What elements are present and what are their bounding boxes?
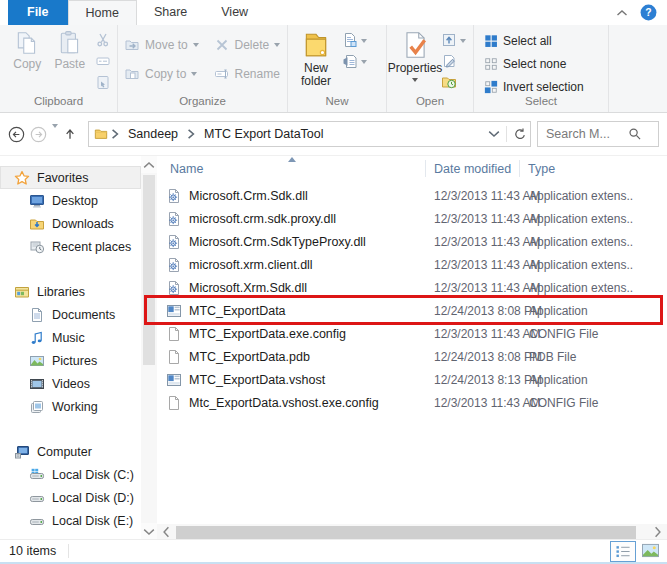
sidebar-item-favorites[interactable]: Favorites — [0, 166, 141, 189]
details-view-button[interactable] — [610, 541, 636, 562]
address-box[interactable]: Sandeep MTC Export DataTool — [88, 121, 531, 147]
paste-label: Paste — [54, 58, 85, 71]
rename-button[interactable]: Rename — [214, 65, 282, 82]
tab-home[interactable]: Home — [68, 0, 137, 25]
select-none-button[interactable]: Select none — [484, 55, 602, 72]
table-row[interactable]: Microsoft.Xrm.Sdk.dll12/3/2013 11:43 AMA… — [157, 276, 667, 299]
file-type: Application — [529, 304, 667, 318]
table-row[interactable]: MTC_ExportData.exe.config12/3/2013 11:43… — [157, 322, 667, 345]
history-button[interactable] — [441, 74, 466, 90]
sidebar-item-computer[interactable]: Computer — [0, 440, 141, 463]
copy-to-icon — [124, 66, 140, 82]
file-type: Application extens.. — [529, 281, 667, 295]
copy-to-button[interactable]: Copy to — [124, 65, 200, 82]
scroll-up-icon[interactable] — [141, 156, 157, 173]
column-header-type[interactable]: Type — [528, 162, 555, 176]
sidebar-item-local-disk-d[interactable]: Local Disk (D:) — [0, 486, 141, 509]
search-input[interactable] — [544, 126, 628, 142]
recent-locations-icon[interactable] — [52, 124, 58, 142]
easy-access-button[interactable] — [342, 53, 367, 69]
back-button[interactable] — [8, 126, 25, 143]
sidebar-scrollbar[interactable] — [141, 156, 157, 540]
table-row[interactable]: MTC_ExportData12/24/2013 8:08 PMApplicat… — [157, 299, 667, 322]
move-to-button[interactable]: Move to — [124, 36, 200, 53]
sidebar-group: ComputerLocal Disk (C:)Local Disk (D:)Lo… — [0, 440, 141, 532]
scrollbar-thumb[interactable] — [176, 526, 636, 539]
new-item-button[interactable] — [342, 32, 367, 48]
breadcrumb-sandeep[interactable]: Sandeep — [122, 127, 184, 141]
group-label-new: New — [288, 95, 386, 112]
sidebar-item-videos[interactable]: Videos — [0, 372, 141, 395]
table-row[interactable]: Mtc_ExportData.vshost.exe.config12/3/201… — [157, 391, 667, 414]
scroll-right-icon[interactable] — [652, 526, 664, 538]
edit-button[interactable] — [441, 53, 466, 69]
table-row[interactable]: Microsoft.Crm.SdkTypeProxy.dll12/3/2013 … — [157, 230, 667, 253]
minimize-ribbon-icon[interactable] — [616, 7, 628, 19]
invert-selection-button[interactable]: Invert selection — [484, 78, 602, 95]
sidebar-item-label: Local Disk (E:) — [52, 514, 133, 528]
sidebar-item-documents[interactable]: Documents — [0, 303, 141, 326]
sidebar-item-label: Favorites — [37, 171, 88, 185]
table-row[interactable]: MTC_ExportData.pdb12/24/2013 8:08 PMPDB … — [157, 345, 667, 368]
column-header-date-modified[interactable]: Date modified — [434, 162, 511, 176]
downloads-icon — [29, 216, 45, 232]
new-item-icon — [342, 32, 358, 48]
scroll-down-icon[interactable] — [141, 523, 157, 540]
scroll-left-icon[interactable] — [160, 526, 172, 538]
sidebar-item-desktop[interactable]: Desktop — [0, 189, 141, 212]
paste-shortcut-icon[interactable] — [95, 74, 111, 90]
sidebar-item-local-disk-e[interactable]: Local Disk (E:) — [0, 509, 141, 532]
file-explorer-window: File Home Share View ? Copy Paste — [0, 0, 667, 564]
table-row[interactable]: MTC_ExportData.vshost12/24/2013 8:13 PMA… — [157, 368, 667, 391]
forward-button[interactable] — [30, 126, 47, 143]
paste-button[interactable]: Paste — [49, 30, 92, 95]
sidebar-item-label: Desktop — [52, 194, 98, 208]
tab-file[interactable]: File — [8, 0, 68, 25]
tab-view[interactable]: View — [204, 0, 265, 25]
star-icon — [14, 170, 30, 186]
select-all-button[interactable]: Select all — [484, 32, 602, 49]
sidebar-item-music[interactable]: Music — [0, 326, 141, 349]
rename-icon — [214, 66, 230, 82]
copy-path-icon[interactable] — [95, 53, 111, 69]
address-dropdown-icon[interactable] — [488, 128, 500, 140]
table-row[interactable]: microsoft.xrm.client.dll12/3/2013 11:43 … — [157, 253, 667, 276]
search-icon[interactable] — [628, 127, 642, 141]
thumbnails-view-button[interactable] — [638, 541, 662, 560]
file-date-modified: 12/3/2013 11:43 AM — [434, 396, 529, 410]
sidebar-item-libraries[interactable]: Libraries — [0, 280, 141, 303]
tab-share[interactable]: Share — [137, 0, 204, 25]
horizontal-scrollbar[interactable] — [157, 524, 667, 540]
sidebar-group: FavoritesDesktopDownloadsRecent places — [0, 166, 141, 258]
dll-file-icon — [166, 211, 182, 227]
sidebar-item-recent-places[interactable]: Recent places — [0, 235, 141, 258]
new-folder-label: New folder — [294, 62, 338, 88]
table-row[interactable]: Microsoft.Crm.Sdk.dll12/3/2013 11:43 AMA… — [157, 184, 667, 207]
copy-button[interactable]: Copy — [6, 30, 49, 95]
help-icon[interactable]: ? — [640, 4, 657, 21]
file-date-modified: 12/3/2013 11:43 AM — [434, 258, 529, 272]
sidebar: FavoritesDesktopDownloadsRecent placesLi… — [0, 156, 141, 540]
delete-button[interactable]: Delete — [214, 36, 282, 53]
table-row[interactable]: microsoft.crm.sdk.proxy.dll12/3/2013 11:… — [157, 207, 667, 230]
cut-icon[interactable] — [95, 32, 111, 48]
file-date-modified: 12/3/2013 11:43 AM — [434, 212, 529, 226]
folder-icon — [94, 127, 108, 141]
column-header-name[interactable]: Name — [170, 162, 203, 176]
file-file-icon — [166, 395, 182, 411]
refresh-icon[interactable] — [513, 127, 527, 141]
ribbon-group-clipboard: Copy Paste Clipboard — [0, 25, 118, 112]
sidebar-group: LibrariesDocumentsMusicPicturesVideosWor… — [0, 280, 141, 418]
sidebar-item-working[interactable]: Working — [0, 395, 141, 418]
sidebar-item-pictures[interactable]: Pictures — [0, 349, 141, 372]
up-button[interactable] — [63, 127, 77, 141]
scrollbar-thumb[interactable] — [143, 175, 155, 365]
sidebar-item-local-disk-c[interactable]: Local Disk (C:) — [0, 463, 141, 486]
properties-button[interactable]: Properties — [393, 30, 437, 95]
breadcrumb-mtc-export-datatool[interactable]: MTC Export DataTool — [198, 127, 329, 141]
open-button[interactable] — [441, 32, 466, 48]
new-folder-button[interactable]: New folder — [294, 30, 338, 95]
sidebar-item-downloads[interactable]: Downloads — [0, 212, 141, 235]
sidebar-item-label: Libraries — [37, 285, 85, 299]
file-name: MTC_ExportData.vshost — [189, 373, 434, 387]
